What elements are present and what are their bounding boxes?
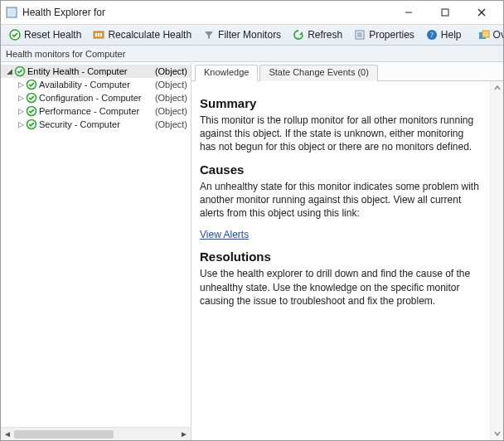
svg-rect-2 bbox=[442, 9, 448, 16]
svg-rect-0 bbox=[7, 7, 17, 17]
toolbar-label: Recalculate Health bbox=[108, 29, 191, 41]
scroll-track[interactable] bbox=[14, 429, 177, 439]
svg-rect-7 bbox=[95, 33, 97, 36]
scroll-left-arrow[interactable]: ◄ bbox=[1, 429, 14, 440]
tree-expander-icon[interactable]: ▷ bbox=[16, 80, 26, 89]
toolbar-label: Filter Monitors bbox=[218, 29, 281, 41]
tree-label: Performance - Computer bbox=[39, 106, 155, 116]
scroll-up-arrow[interactable] bbox=[491, 81, 503, 94]
tree-type: (Object) bbox=[155, 93, 187, 103]
toolbar-label: Refresh bbox=[308, 29, 342, 41]
scroll-thumb[interactable] bbox=[14, 430, 114, 439]
scroll-down-arrow[interactable] bbox=[491, 427, 503, 440]
window-title: Health Explorer for bbox=[22, 7, 390, 18]
right-pane: KnowledgeState Change Events (0) Summary… bbox=[191, 63, 503, 440]
window-buttons bbox=[390, 2, 500, 23]
tree-row[interactable]: ◢Entity Health - Computer(Object) bbox=[1, 65, 191, 78]
health-ok-icon bbox=[26, 92, 37, 104]
properties-button[interactable]: Properties bbox=[349, 27, 419, 42]
subheader: Health monitors for Computer bbox=[1, 46, 503, 62]
properties-icon bbox=[354, 29, 366, 41]
help-icon: ? bbox=[426, 29, 438, 41]
tree-type: (Object) bbox=[155, 119, 187, 129]
scroll-right-arrow[interactable]: ► bbox=[177, 429, 191, 440]
left-pane: ◢Entity Health - Computer(Object)▷Availa… bbox=[1, 63, 191, 440]
summary-text: This monitor is the rollup monitor for a… bbox=[200, 114, 480, 154]
resolutions-text: Use the health explorer to drill down an… bbox=[200, 267, 480, 308]
check-circle-icon bbox=[9, 29, 21, 41]
health-ok-icon bbox=[26, 79, 37, 90]
filter-icon bbox=[203, 29, 215, 41]
recalculate-health-button[interactable]: Recalculate Health bbox=[88, 27, 196, 42]
health-ok-icon bbox=[26, 105, 37, 117]
tree-row[interactable]: ▷Performance - Computer(Object) bbox=[1, 104, 191, 118]
tree-label: Availability - Computer bbox=[39, 80, 155, 90]
refresh-icon bbox=[293, 29, 304, 41]
tree-row[interactable]: ▷Configuration - Computer(Object) bbox=[1, 91, 191, 104]
maximize-button[interactable] bbox=[427, 2, 463, 23]
recalculate-icon bbox=[93, 29, 104, 41]
refresh-button[interactable]: Refresh bbox=[288, 27, 347, 42]
tree-label: Entity Health - Computer bbox=[27, 66, 155, 76]
tree-expander-icon[interactable]: ◢ bbox=[4, 67, 14, 75]
tab-knowledge[interactable]: Knowledge bbox=[195, 65, 258, 81]
tree-expander-icon[interactable]: ▷ bbox=[16, 107, 26, 115]
overrides-button[interactable]: Overrides ▾ bbox=[473, 27, 504, 42]
summary-heading: Summary bbox=[200, 96, 480, 110]
tree-label: Security - Computer bbox=[39, 119, 155, 129]
svg-rect-9 bbox=[100, 33, 102, 36]
tree-type: (Object) bbox=[155, 80, 187, 90]
tree-expander-icon[interactable]: ▷ bbox=[16, 120, 26, 128]
reset-health-button[interactable]: Reset Health bbox=[4, 27, 86, 42]
tab-state-change-events[interactable]: State Change Events (0) bbox=[259, 65, 377, 81]
tree-type: (Object) bbox=[155, 66, 187, 76]
resolutions-heading: Resolutions bbox=[200, 250, 480, 264]
app-icon bbox=[6, 7, 17, 18]
health-ok-icon bbox=[14, 65, 26, 77]
monitor-tree[interactable]: ◢Entity Health - Computer(Object)▷Availa… bbox=[1, 63, 191, 427]
causes-text: An unhealthy state for this monitor indi… bbox=[200, 180, 480, 220]
svg-rect-17 bbox=[482, 31, 489, 37]
titlebar: Health Explorer for bbox=[1, 1, 503, 24]
knowledge-body: Summary This monitor is the rollup monit… bbox=[191, 81, 490, 440]
svg-text:?: ? bbox=[430, 31, 434, 39]
health-ok-icon bbox=[26, 119, 37, 130]
causes-heading: Causes bbox=[200, 162, 480, 177]
tree-label: Configuration - Computer bbox=[39, 93, 155, 103]
subheader-target: Computer bbox=[85, 49, 125, 59]
tree-type: (Object) bbox=[155, 106, 187, 116]
help-button[interactable]: ? Help bbox=[421, 27, 467, 42]
toolbar-label: Properties bbox=[369, 29, 414, 41]
toolbar: Reset Health Recalculate Health Filter M… bbox=[1, 24, 503, 46]
toolbar-label: Help bbox=[441, 29, 462, 41]
close-button[interactable] bbox=[463, 2, 500, 23]
subheader-prefix: Health monitors for bbox=[6, 49, 83, 59]
content-area: Summary This monitor is the rollup monit… bbox=[191, 81, 503, 440]
overrides-icon bbox=[478, 29, 490, 41]
tree-row[interactable]: ▷Availability - Computer(Object) bbox=[1, 78, 191, 91]
main-split: ◢Entity Health - Computer(Object)▷Availa… bbox=[1, 62, 503, 440]
toolbar-label: Overrides bbox=[493, 29, 504, 41]
toolbar-label: Reset Health bbox=[24, 29, 81, 41]
svg-rect-8 bbox=[98, 33, 99, 36]
tree-expander-icon[interactable]: ▷ bbox=[16, 94, 26, 102]
filter-monitors-button[interactable]: Filter Monitors bbox=[198, 27, 286, 42]
horizontal-scrollbar[interactable]: ◄ ► bbox=[1, 427, 191, 440]
tree-row[interactable]: ▷Security - Computer(Object) bbox=[1, 118, 191, 131]
minimize-button[interactable] bbox=[390, 2, 427, 23]
tabstrip: KnowledgeState Change Events (0) bbox=[191, 63, 503, 81]
vertical-scrollbar[interactable] bbox=[490, 81, 503, 440]
view-alerts-link[interactable]: View Alerts bbox=[200, 229, 249, 240]
